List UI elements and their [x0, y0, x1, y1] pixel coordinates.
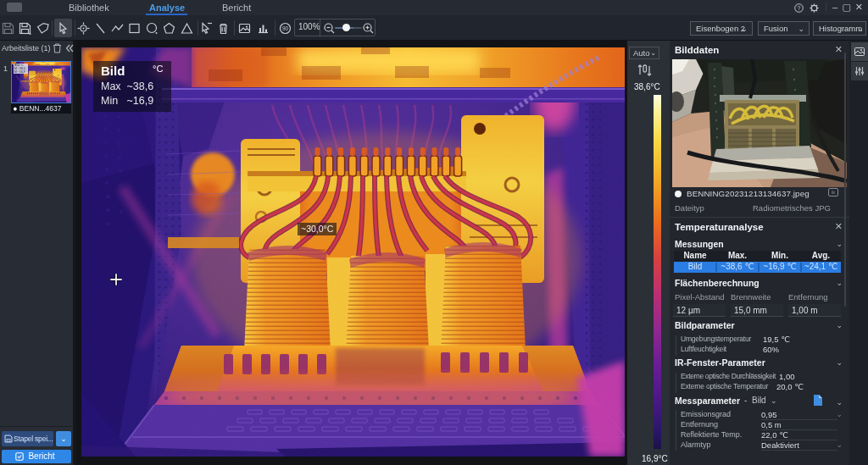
svg-text:90: 90	[282, 25, 289, 31]
svg-text:?: ?	[798, 5, 801, 11]
